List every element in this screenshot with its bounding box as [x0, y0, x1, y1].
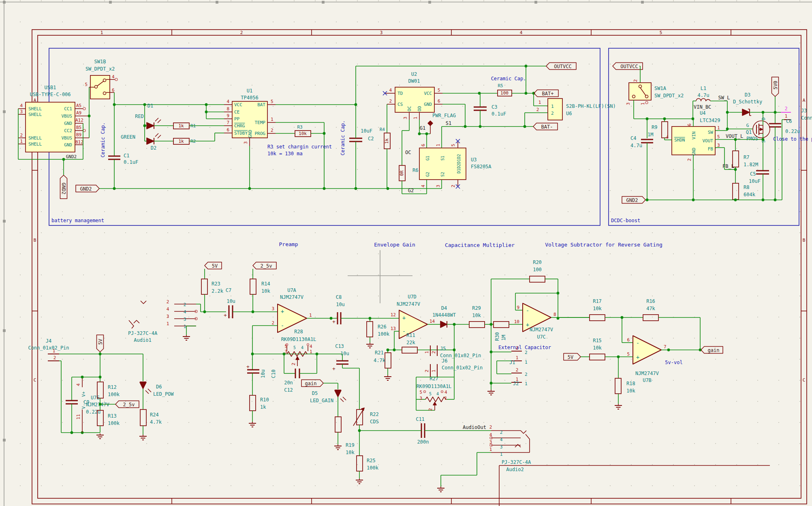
- r27-pin-name[interactable]: 5: [429, 392, 432, 396]
- u7b-refdes[interactable]: U7B: [643, 377, 652, 383]
- audio1-pin-number[interactable]: 3: [167, 314, 169, 319]
- sw1a-pin-number[interactable]: 1: [640, 103, 645, 105]
- u3-pin-name[interactable]: G2: [425, 172, 430, 177]
- d3-refdes[interactable]: D3: [745, 92, 750, 98]
- audio2-jack-graphic[interactable]: [526, 434, 530, 452]
- r26-value[interactable]: 100k: [378, 331, 390, 337]
- u4-pin-name[interactable]: GND: [691, 148, 697, 156]
- heading-envelope-gain[interactable]: Envelope Gain: [374, 242, 415, 248]
- u4-pin-name[interactable]: SHDN: [674, 137, 685, 143]
- power-label-5v[interactable]: 5V: [564, 354, 581, 360]
- u3-pin-number[interactable]: 1: [436, 144, 441, 147]
- usb1-pin-number[interactable]: 1: [20, 139, 23, 144]
- q1-pin-d[interactable]: D: [761, 118, 766, 120]
- u3-pin-number[interactable]: 5: [451, 144, 456, 147]
- ground-symbol[interactable]: [183, 335, 190, 340]
- audio1-pin-name[interactable]: 3: [184, 317, 186, 322]
- audio2-refdes[interactable]: Audio2: [506, 467, 524, 472]
- note-charge-current[interactable]: R3 set chargin current: [267, 144, 332, 150]
- audio2-pin-number[interactable]: 4: [489, 432, 492, 437]
- audio1-pin-name[interactable]: 2: [184, 302, 186, 307]
- r11-body[interactable]: [402, 347, 417, 353]
- usb1-pin-name[interactable]: VBUS: [62, 135, 73, 141]
- r12-refdes[interactable]: R12: [108, 384, 117, 390]
- usb1-pin-number[interactable]: 4: [20, 103, 23, 108]
- c7-refdes[interactable]: C7: [226, 287, 231, 293]
- u7a-minus[interactable]: -: [281, 322, 284, 329]
- c8-value[interactable]: 10u: [336, 302, 345, 307]
- u7a-value[interactable]: NJM2747V: [280, 294, 303, 300]
- u1-pin-name[interactable]: STDBY: [234, 131, 248, 136]
- l1-inductor[interactable]: [696, 99, 710, 101]
- r27-pot[interactable]: [425, 397, 446, 402]
- r16-refdes[interactable]: R16: [646, 298, 655, 304]
- junction-dot[interactable]: [205, 103, 208, 106]
- net-label-vout-l[interactable]: VOUT_L: [726, 133, 743, 139]
- audio2-pin-name[interactable]: 2: [500, 430, 503, 435]
- u7b-pin-number[interactable]: 5: [627, 352, 630, 357]
- audio1-jack-graphic[interactable]: [141, 301, 146, 304]
- r4-value[interactable]: 1k: [384, 138, 389, 144]
- d5-value[interactable]: LED_GAIN: [310, 398, 333, 403]
- net-label-oc[interactable]: OC: [405, 150, 411, 155]
- ground-symbol[interactable]: [384, 375, 391, 380]
- r27-value[interactable]: RK09D1130A1L: [417, 384, 452, 389]
- u1-pin-number[interactable]: 8: [227, 106, 229, 111]
- junction-dot[interactable]: [774, 199, 777, 202]
- usb1-pin-number[interactable]: A12: [75, 118, 83, 123]
- r27-pin-name[interactable]: 4: [436, 392, 439, 396]
- u3-pin-name[interactable]: S1: [440, 156, 445, 161]
- u7d-minus[interactable]: -: [402, 328, 406, 334]
- l1-value[interactable]: 4.7u: [698, 92, 709, 98]
- schematic-canvas[interactable]: 12345ABCABCbattery managementDCDC-boostU…: [0, 0, 812, 506]
- u2-pin-name[interactable]: CS: [397, 102, 403, 107]
- c1-refdes[interactable]: C1: [124, 153, 129, 159]
- sw1b-pin-number[interactable]: 6: [112, 88, 115, 93]
- u1-pin-name[interactable]: GND: [248, 130, 253, 138]
- q1-arrow[interactable]: [760, 128, 763, 131]
- r30-body[interactable]: [494, 322, 509, 328]
- sw1a-pin-number[interactable]: 3: [626, 103, 631, 105]
- usb1-pin-name[interactable]: SHELL: [28, 112, 42, 117]
- u4-pin-number[interactable]: 4: [666, 135, 669, 140]
- r12-value[interactable]: 100k: [108, 392, 120, 397]
- note-close-to-pin[interactable]: Close to the p: [773, 136, 812, 142]
- u1-pin-number[interactable]: 2: [271, 128, 274, 133]
- r25-refdes[interactable]: R25: [367, 458, 376, 463]
- junction-dot[interactable]: [113, 103, 116, 106]
- usb1-pin-number[interactable]: B5: [76, 125, 81, 130]
- c13-value[interactable]: 10u: [340, 351, 349, 356]
- audio1-pin-number[interactable]: 4: [167, 307, 169, 312]
- r22-value[interactable]: CDS: [370, 419, 379, 425]
- c10-refdes[interactable]: C10: [271, 369, 276, 378]
- d4-diode[interactable]: [440, 321, 447, 328]
- c3-refdes[interactable]: C3: [491, 104, 497, 110]
- r10-value[interactable]: 1k: [260, 404, 266, 410]
- junction-dot[interactable]: [203, 311, 206, 313]
- u1-pin-name[interactable]: TEMP: [255, 120, 266, 125]
- r20-refdes[interactable]: R20: [533, 259, 542, 265]
- j4-pin-number[interactable]: 1: [53, 348, 56, 354]
- r29-body[interactable]: [469, 322, 485, 328]
- u7c-pin-number[interactable]: 10: [514, 319, 519, 324]
- u1-pin-number[interactable]: 9: [227, 113, 229, 118]
- c11-value[interactable]: 200n: [417, 439, 429, 445]
- d4-refdes[interactable]: D4: [441, 305, 447, 311]
- u4-pin-number[interactable]: 5: [717, 134, 720, 139]
- net-label-gnd2[interactable]: GND2: [66, 154, 77, 159]
- r23-refdes[interactable]: R23: [212, 281, 220, 287]
- u7c-plus[interactable]: +: [526, 322, 529, 328]
- r30-refdes[interactable]: R30: [494, 332, 500, 341]
- r27-pin-number[interactable]: 5: [419, 390, 422, 395]
- c12-value[interactable]: 20n: [284, 380, 293, 386]
- r24-body[interactable]: [140, 410, 146, 426]
- r28-pin-number[interactable]: 1: [310, 349, 312, 354]
- u1-pin-name[interactable]: PROG: [255, 131, 266, 136]
- r22-refdes[interactable]: R22: [370, 412, 379, 417]
- sw1b-refdes[interactable]: SW1B: [94, 59, 106, 64]
- usb1-pin-number[interactable]: B12: [75, 139, 83, 145]
- audio1-pin-name[interactable]: 4: [184, 309, 186, 315]
- u3-value[interactable]: FS8205A: [471, 164, 491, 169]
- d2-color-note[interactable]: GREEN: [121, 134, 135, 140]
- l1-refdes[interactable]: L1: [701, 86, 706, 91]
